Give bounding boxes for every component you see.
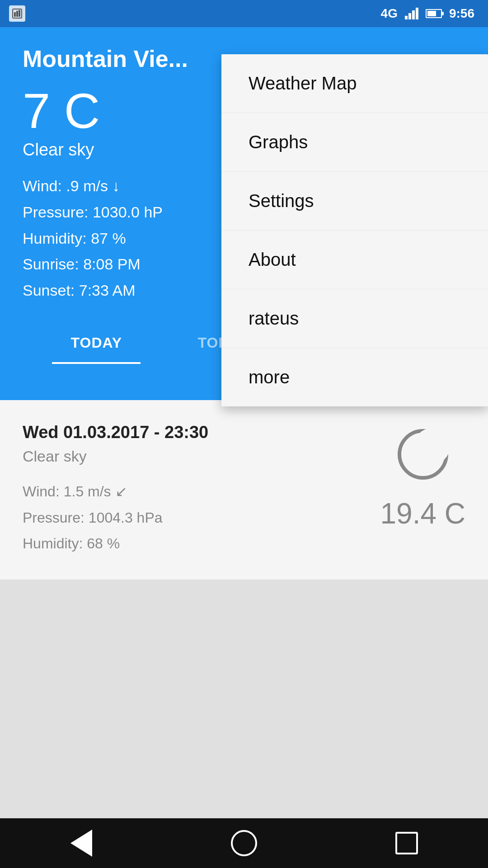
weather-card-left: Wed 01.03.2017 - 23:30 Clear sky Wind: 1… bbox=[23, 423, 380, 557]
app-icon bbox=[9, 5, 25, 22]
card-details: Wind: 1.5 m/s ↙ Pressure: 1004.3 hPa Hum… bbox=[23, 479, 380, 557]
menu-item-settings[interactable]: Settings bbox=[221, 172, 488, 231]
svg-rect-2 bbox=[16, 11, 18, 17]
weather-card: Wed 01.03.2017 - 23:30 Clear sky Wind: 1… bbox=[23, 423, 465, 557]
card-humidity: Humidity: 68 % bbox=[23, 531, 380, 557]
nav-home-button[interactable] bbox=[226, 825, 262, 861]
card-pressure: Pressure: 1004.3 hPa bbox=[23, 505, 380, 531]
moon-icon bbox=[396, 427, 450, 483]
menu-item-rateus[interactable]: rateus bbox=[221, 289, 488, 348]
menu-item-about[interactable]: About bbox=[221, 231, 488, 289]
card-date: Wed 01.03.2017 - 23:30 bbox=[23, 423, 380, 442]
network-type: 4G bbox=[381, 6, 398, 21]
menu-item-weather-map[interactable]: Weather Map bbox=[221, 54, 488, 113]
card-temperature: 19.4 C bbox=[380, 497, 465, 530]
recents-icon bbox=[395, 832, 418, 854]
svg-point-5 bbox=[414, 428, 450, 464]
menu-item-graphs[interactable]: Graphs bbox=[221, 113, 488, 172]
nav-recents-button[interactable] bbox=[389, 825, 425, 861]
card-wind: Wind: 1.5 m/s ↙ bbox=[23, 479, 380, 505]
battery-icon bbox=[426, 9, 442, 18]
nav-back-button[interactable] bbox=[63, 825, 99, 861]
signal-icon bbox=[405, 8, 418, 19]
dropdown-menu: Weather Map Graphs Settings About rateus… bbox=[221, 54, 488, 406]
tab-today[interactable]: TODAY bbox=[23, 322, 170, 364]
header-section: Mountain Vie... 7 C Clear sky Wind: .9 m… bbox=[0, 27, 488, 364]
status-bar: 4G 9:56 bbox=[0, 0, 488, 27]
clock: 9:56 bbox=[449, 6, 474, 21]
svg-rect-1 bbox=[14, 12, 16, 17]
menu-item-more[interactable]: more bbox=[221, 348, 488, 406]
nav-bar bbox=[0, 818, 488, 868]
card-condition: Clear sky bbox=[23, 448, 380, 465]
weather-card-right: 19.4 C bbox=[380, 423, 465, 530]
status-bar-left-icons bbox=[9, 0, 25, 27]
back-icon bbox=[70, 830, 92, 857]
home-icon bbox=[231, 830, 257, 856]
weather-card-section: Wed 01.03.2017 - 23:30 Clear sky Wind: 1… bbox=[0, 400, 488, 580]
svg-rect-3 bbox=[19, 10, 20, 17]
